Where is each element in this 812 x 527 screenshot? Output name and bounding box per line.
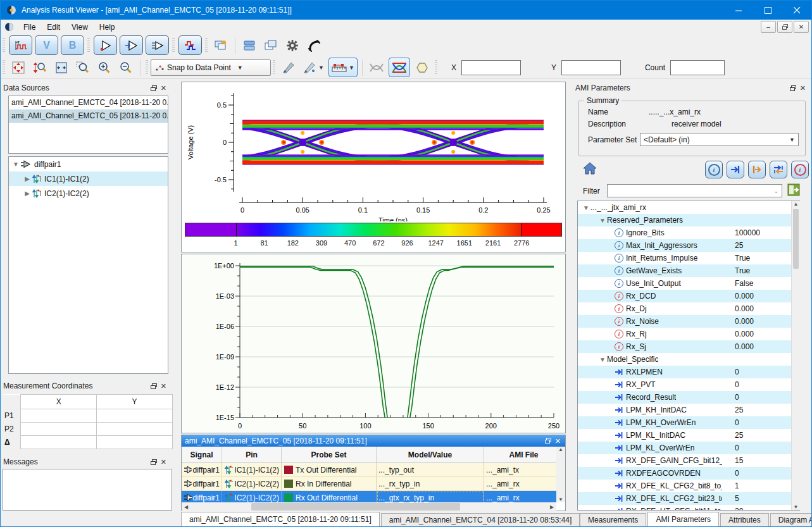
close-panel-icon[interactable]: ✕ — [161, 459, 166, 466]
new-sheet-button[interactable] — [211, 37, 230, 54]
parameter-row[interactable]: iInit_Returns_ImpulseTrue — [578, 252, 799, 264]
parameter-row[interactable]: RX_DFE_KL_CFG2_bit23_to_265 — [578, 492, 799, 505]
data-source-item[interactable]: ami_AMI_Channel_EMCTC_04 [2018-11-20 0..… — [9, 96, 168, 109]
bathtub-panel[interactable]: 1E+001E-031E-061E-091E-121E-150501001502… — [181, 254, 566, 433]
cascade-windows-button[interactable] — [261, 37, 280, 54]
parameter-row[interactable]: RX_PVT0 — [578, 378, 799, 391]
result-tab[interactable]: ami_AMI_Channel_EMCTC_04 [2018-11-20 08:… — [381, 513, 580, 527]
zoom-in-button[interactable] — [95, 59, 114, 77]
parameter-row[interactable]: ▼Reserved_Parameters — [578, 214, 799, 226]
close-button[interactable] — [782, 1, 811, 20]
tree-chevron-icon[interactable]: ▼ — [582, 204, 590, 211]
mdi-minimize-button[interactable]: – — [761, 21, 776, 33]
show-inout-params-button[interactable] — [770, 161, 787, 178]
side-tab-ami-parameters[interactable]: AMI Parameters — [647, 512, 719, 527]
run-probe-button[interactable] — [94, 35, 117, 55]
maximize-button[interactable] — [753, 1, 782, 20]
table-vertical-scrollbar[interactable]: ▲▼ — [556, 447, 565, 502]
parameter-row[interactable]: LPM_KH_OverWrEn0 — [578, 416, 799, 429]
table-row[interactable]: diffpair1IC2(1)-IC2(2)Rx In Differential… — [182, 477, 556, 491]
parameter-row[interactable]: RX_DFE_UT_CFG_bit11_to_520 — [578, 505, 799, 511]
scroll-thumb[interactable] — [251, 503, 460, 511]
column-header-signal[interactable]: Signal — [182, 447, 222, 462]
toolbar-grip[interactable] — [435, 60, 437, 75]
tree-chevron-icon[interactable]: ▶ — [23, 190, 32, 197]
settings-button[interactable] — [283, 37, 302, 54]
parameter-row[interactable]: iMax_Init_Aggressors25 — [578, 239, 799, 252]
result-tab[interactable]: ami_AMI_Channel_EMCTC_05 [2018-11-20 09:… — [181, 512, 380, 527]
parameter-row[interactable]: iRx_Sj0.000 — [578, 340, 799, 353]
home-button[interactable] — [583, 161, 597, 177]
x-coordinate-field[interactable] — [461, 60, 521, 75]
close-panel-icon[interactable]: ✕ — [800, 85, 806, 92]
float-panel-icon[interactable] — [151, 85, 157, 91]
tree-item-ic2-1-ic2-2-[interactable]: ▶IC2(1)-IC2(2) — [9, 186, 168, 201]
x-value-cell[interactable] — [21, 436, 97, 449]
zoom-out-button[interactable] — [116, 59, 135, 77]
float-panel-icon[interactable] — [151, 383, 157, 389]
parameter-set-dropdown[interactable]: <Default> (in) ▼ — [640, 133, 799, 146]
fit-vertical-button[interactable] — [30, 59, 49, 77]
parameter-row[interactable]: iRx_Noise0.000 — [578, 315, 799, 328]
tree-chevron-icon[interactable]: ▼ — [11, 161, 20, 168]
probe-tool-button[interactable] — [279, 59, 298, 77]
fit-window-button[interactable] — [52, 59, 71, 77]
scroll-left-arrow[interactable]: ◀ — [182, 502, 191, 511]
run-multi-button[interactable] — [146, 35, 169, 55]
parameter-row[interactable]: RX_DFE_GAIN_CFG_bit12_to_815 — [578, 454, 799, 467]
toolbar-grip[interactable] — [273, 60, 275, 75]
x-value-cell[interactable] — [21, 423, 97, 436]
parameter-row[interactable]: LPM_KH_InitDAC25 — [578, 404, 799, 416]
column-header-pin[interactable]: Pin — [222, 447, 282, 462]
float-panel-icon[interactable] — [545, 438, 551, 445]
eye-diagram-button[interactable] — [389, 58, 410, 77]
tree-chevron-icon[interactable]: ▼ — [598, 356, 607, 363]
eye-diagram-plot[interactable]: 0.50-0.500.050.10.150.20.25Time (ns)Volt… — [182, 82, 565, 223]
toolbar-grip[interactable] — [205, 38, 208, 53]
mask-polygon-button[interactable] — [413, 59, 432, 77]
menu-item-edit[interactable]: Edit — [41, 21, 66, 34]
show-output-params-button[interactable] — [748, 161, 766, 178]
apply-filter-button[interactable] — [787, 183, 800, 198]
close-panel-icon[interactable]: ✕ — [161, 85, 166, 92]
toolbar-grip[interactable] — [3, 60, 5, 75]
bathtub-plot[interactable]: 1E+001E-031E-061E-091E-121E-150501001502… — [182, 254, 565, 435]
tree-chevron-icon[interactable]: ▼ — [598, 217, 607, 224]
parameter-row[interactable]: Record_Result0 — [578, 391, 799, 404]
parameter-row[interactable]: LPM_KL_InitDAC25 — [578, 429, 799, 442]
parameter-tree-scrollbar[interactable]: ▲▼ — [791, 201, 800, 510]
toolbar-grip[interactable] — [172, 38, 175, 53]
eye-mask-button-disabled[interactable] — [367, 59, 386, 77]
eye-diagram-panel[interactable]: 0.50-0.500.050.10.150.20.25Time (ns)Volt… — [181, 82, 566, 252]
parameter-row[interactable]: RXDFEAGCOVRDEN0 — [578, 467, 799, 480]
table-row[interactable]: diffpair1IC1(1)-IC1(2)Tx Out Differentia… — [182, 463, 556, 477]
tile-horizontal-button[interactable] — [240, 37, 259, 54]
float-panel-icon[interactable] — [151, 459, 157, 465]
table-horizontal-scrollbar[interactable]: ◀ ▶ — [182, 502, 556, 511]
bathtub-svg[interactable]: 1E+001E-031E-061E-091E-121E-150501001502… — [182, 254, 565, 433]
y-coordinate-field[interactable] — [561, 60, 621, 75]
eye-diagram-svg[interactable]: 0.50-0.500.050.10.150.20.25Time (ns)Volt… — [182, 82, 565, 221]
toolbar-grip[interactable] — [87, 38, 90, 53]
tools-button[interactable] — [304, 37, 323, 54]
show-input-params-button[interactable] — [727, 161, 744, 178]
toolbar-grip[interactable] — [146, 60, 148, 75]
mdi-close-button[interactable]: ✕ — [794, 21, 809, 33]
parameter-row[interactable]: iIgnore_Bits100000 — [578, 226, 799, 239]
y-value-cell[interactable] — [97, 409, 173, 423]
show-info-params-button[interactable]: i — [705, 161, 723, 178]
close-panel-icon[interactable]: ✕ — [161, 383, 166, 390]
menu-item-view[interactable]: View — [66, 21, 94, 34]
count-field[interactable] — [670, 60, 725, 75]
menu-item-file[interactable]: File — [18, 21, 41, 34]
column-header-ami-file[interactable]: AMI File — [484, 447, 556, 462]
pulse-compare-button[interactable] — [178, 35, 202, 55]
parameter-row[interactable]: ▼Model_Specific — [578, 353, 799, 366]
parameter-row[interactable]: RX_DFE_KL_CFG2_bit8_to_51 — [578, 480, 799, 492]
scroll-right-arrow[interactable]: ▶ — [547, 502, 556, 511]
y-value-cell[interactable] — [97, 436, 173, 449]
parameter-row[interactable]: iRx_DCD0.000 — [578, 290, 799, 302]
parameter-row[interactable]: RXLPMEN0 — [578, 366, 799, 378]
float-panel-icon[interactable] — [790, 85, 796, 91]
minimize-button[interactable] — [724, 1, 753, 20]
